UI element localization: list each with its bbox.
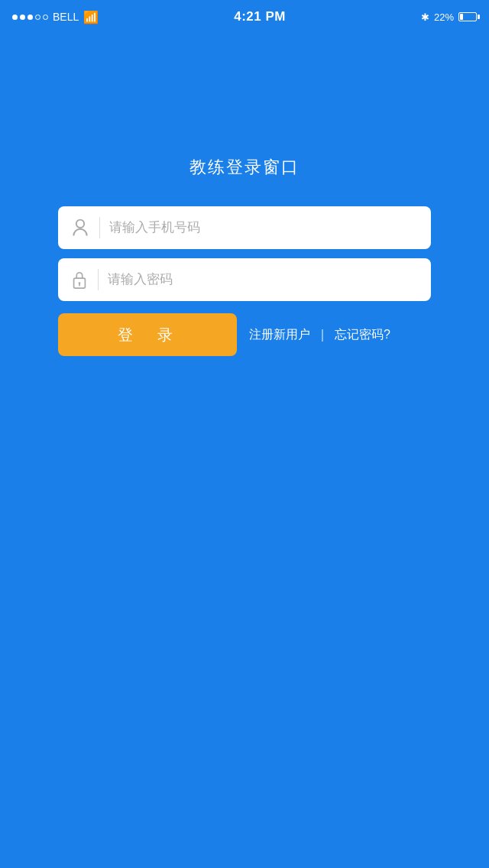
- login-button[interactable]: 登 录: [58, 313, 237, 356]
- phone-input-wrapper: [58, 206, 431, 249]
- battery-icon: [458, 12, 477, 21]
- wifi-icon: 📶: [83, 10, 99, 24]
- carrier-label: BELL: [53, 11, 79, 23]
- status-bar: BELL 📶 4:21 PM ✱ 22%: [0, 0, 489, 34]
- form-container: 登 录 注册新用户 ｜ 忘记密码?: [58, 206, 431, 356]
- time-display: 4:21 PM: [234, 9, 286, 24]
- signal-icon: [12, 15, 48, 20]
- lock-icon: [70, 270, 89, 290]
- password-input[interactable]: [108, 272, 419, 287]
- bluetooth-icon: ✱: [421, 11, 429, 23]
- register-link[interactable]: 注册新用户: [249, 327, 310, 343]
- action-row: 登 录 注册新用户 ｜ 忘记密码?: [58, 313, 431, 356]
- status-left: BELL 📶: [12, 10, 99, 24]
- user-icon: [70, 218, 90, 238]
- divider: [99, 217, 100, 238]
- link-separator: ｜: [316, 327, 329, 343]
- main-content: 教练登录窗口: [0, 34, 489, 356]
- divider: [98, 269, 99, 290]
- status-right: ✱ 22%: [421, 11, 477, 23]
- svg-point-1: [79, 282, 81, 284]
- page-title: 教练登录窗口: [189, 156, 300, 179]
- phone-input[interactable]: [109, 220, 419, 235]
- battery-percent: 22%: [434, 11, 454, 23]
- forgot-password-link[interactable]: 忘记密码?: [335, 327, 390, 343]
- password-input-wrapper: [58, 258, 431, 301]
- links-container: 注册新用户 ｜ 忘记密码?: [249, 327, 390, 343]
